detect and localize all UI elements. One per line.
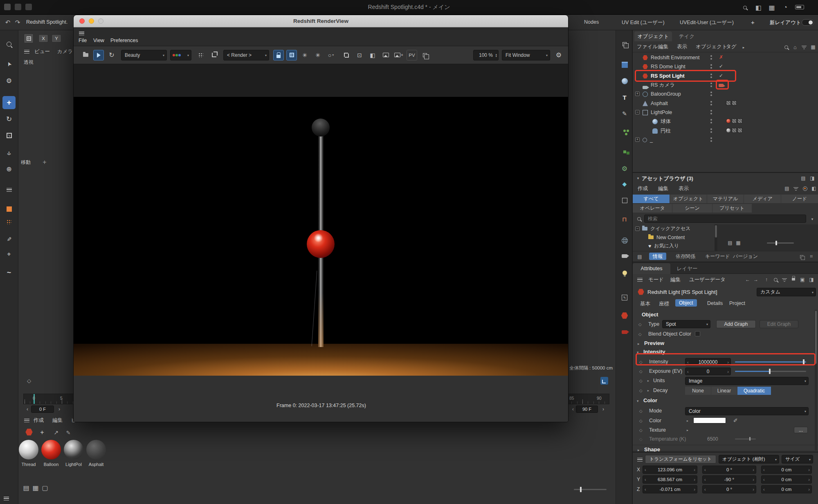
rv-menu-icon[interactable] — [78, 29, 85, 37]
bottom-menu-icon[interactable] — [2, 495, 10, 502]
layout-toggle[interactable] — [802, 19, 814, 26]
decay-none[interactable]: None — [685, 387, 711, 395]
material-thumb-asphalt[interactable] — [86, 440, 106, 459]
ab-popout-icon[interactable]: ◨ — [809, 175, 816, 182]
material-tag-chips[interactable] — [726, 119, 742, 123]
stepper-down-icon[interactable]: ‹ — [704, 467, 706, 472]
section-collapsed-icon[interactable]: ▸ — [638, 342, 640, 346]
pen-spline-icon[interactable]: ✎ — [618, 108, 631, 119]
object-row[interactable]: + BaloonGroup — [633, 90, 818, 99]
snapshot-freeze-b-icon[interactable]: ✳ — [312, 50, 323, 60]
om-menu-view[interactable]: 表示 — [677, 43, 687, 50]
preset-dropdown[interactable]: カスタム▾ — [757, 288, 816, 296]
section-expanded-icon[interactable]: ▾ — [637, 350, 639, 354]
tweak-tool-icon[interactable]: ⚙ — [2, 74, 16, 87]
timeline-start-field[interactable]: 0 F — [31, 405, 54, 413]
spline-tool-icon[interactable]: ~ — [2, 266, 16, 279]
coord-mode-dropdown[interactable]: オブジェクト (相対)▾ — [719, 455, 779, 464]
focus-region-icon[interactable] — [341, 50, 352, 60]
tab-node[interactable]: ノード — [781, 195, 818, 203]
minimize-button[interactable] — [89, 18, 94, 24]
reset-transform-button[interactable]: トランスフォームをリセット — [645, 455, 716, 464]
tab-details[interactable]: Details — [707, 300, 723, 306]
layers-icon[interactable] — [618, 38, 631, 50]
cloner-icon[interactable] — [618, 125, 631, 137]
load-material-icon[interactable]: ↗ — [52, 429, 60, 436]
decay-linear[interactable]: Linear — [711, 387, 737, 395]
pin-tool-icon[interactable]: ⌖ — [2, 248, 16, 261]
tree-item-favorites[interactable]: ♥ お気に入り — [633, 242, 715, 250]
material-menu-edit[interactable]: 編集 — [52, 417, 63, 424]
keyable-diamond-icon[interactable]: ◇ — [639, 369, 643, 374]
coord-size-dropdown[interactable]: サイズ▾ — [782, 455, 813, 464]
axis-gizmo-icon[interactable] — [600, 377, 608, 385]
model-mode-icon[interactable] — [2, 202, 16, 215]
add-snapshot-icon[interactable]: + — [393, 50, 404, 60]
keyable-diamond-icon[interactable]: ◇ — [639, 409, 643, 413]
ab-panel-icon[interactable]: ▤ — [800, 175, 807, 182]
enabled-icon[interactable]: ✓ — [717, 73, 725, 78]
stepper-up-icon[interactable]: › — [727, 369, 729, 374]
viewport-grid-button[interactable] — [24, 34, 34, 43]
tab-object[interactable]: Object — [675, 299, 697, 307]
om-home-icon[interactable]: ⌂ — [791, 43, 799, 51]
material-tag-chips[interactable] — [726, 128, 742, 133]
timeline-next-icon[interactable]: › — [56, 405, 63, 413]
move-tool-icon[interactable]: + — [2, 96, 16, 109]
ab-menu-view[interactable]: 表示 — [679, 185, 689, 192]
redshift-light-icon[interactable] — [618, 310, 631, 321]
brush-tool-icon[interactable]: ✎ — [2, 233, 16, 246]
at-menu-mode[interactable]: モード — [648, 276, 664, 283]
tree-item-quick-access[interactable]: − クイックアクセス — [633, 224, 715, 233]
material-thumb-balloon[interactable] — [41, 440, 61, 459]
keyframe-diamond-icon[interactable]: ◇ — [25, 377, 33, 384]
asset-tree-scrollbar[interactable] — [715, 224, 717, 251]
magnet-icon[interactable]: ⊓ — [618, 214, 631, 225]
rotation-z-field[interactable]: ‹0 °› — [702, 485, 756, 493]
section-expanded-icon[interactable]: ▾ — [637, 399, 639, 403]
scale-y-field[interactable]: ‹0 cm› — [761, 475, 812, 484]
stepper-up-icon[interactable]: › — [753, 477, 754, 482]
tab-coord[interactable]: 座標 — [659, 300, 669, 307]
visibility-dots[interactable] — [710, 137, 712, 139]
aov-dropdown[interactable]: Beauty▾ — [121, 50, 167, 60]
object-row[interactable]: RS Dome Light ✓ — [633, 62, 818, 71]
section-color[interactable]: Color — [643, 397, 657, 403]
tab-media[interactable]: メディア — [744, 195, 781, 203]
redo-icon[interactable]: ↷ — [14, 19, 21, 26]
point-mode-icon[interactable] — [2, 215, 16, 228]
section-preview[interactable]: Preview — [644, 340, 664, 346]
tab-objects[interactable]: オブジェクト — [634, 31, 672, 41]
at-menu-icon[interactable] — [636, 276, 643, 283]
om-menu-objects[interactable]: オブジェクト — [696, 43, 727, 50]
intensity-field[interactable]: ‹ 1000000 › — [685, 358, 731, 366]
keyable-diamond-icon[interactable]: ◇ — [639, 360, 643, 364]
type-dropdown[interactable]: Spot▾ — [662, 320, 710, 328]
object-row[interactable]: 球体 — [633, 117, 818, 126]
pixel-grid-icon[interactable] — [196, 50, 206, 60]
object-row[interactable]: + _ — [633, 135, 818, 144]
ab-filter-icon[interactable] — [792, 185, 800, 193]
renderview-titlebar[interactable]: Redshift RenderView — [74, 15, 568, 27]
om-menu-file[interactable]: ファイル — [637, 43, 658, 50]
object-row[interactable]: − LightPole — [633, 108, 818, 117]
position-z-field[interactable]: ‹-0.071 cm› — [643, 485, 697, 493]
ab-grid-icon[interactable]: ▤ — [783, 185, 791, 192]
visibility-dots[interactable] — [710, 110, 712, 112]
ab-menu-edit[interactable]: 編集 — [658, 185, 668, 192]
tab-attributes[interactable]: Attributes — [633, 263, 670, 274]
material-thumb-thread[interactable] — [19, 440, 38, 459]
expand-icon[interactable]: + — [635, 92, 640, 96]
sketch-slate-icon[interactable]: ✎ — [618, 292, 631, 303]
axis-y-button[interactable]: Y — [52, 34, 61, 43]
scale-x-field[interactable]: ‹0 cm› — [761, 466, 812, 474]
keyable-diamond-icon[interactable]: ◇ — [638, 322, 642, 327]
list-view-icon[interactable]: ▤ — [726, 239, 734, 246]
select-tool-icon[interactable]: ➤ — [0, 56, 18, 73]
om-grid-icon[interactable]: ▦ — [809, 43, 817, 51]
stepper-down-icon[interactable]: ‹ — [645, 467, 646, 472]
active-camera-icon[interactable] — [717, 82, 725, 88]
material-menu-create[interactable]: 作成 — [34, 417, 44, 424]
thumbnail-size-slider[interactable] — [767, 242, 794, 244]
close-button[interactable] — [79, 18, 85, 24]
